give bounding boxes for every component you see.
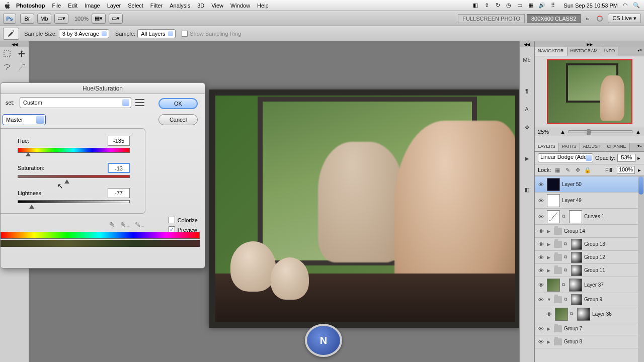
opacity-flyout-icon[interactable]: ▸ [637,155,640,161]
minibridge-button[interactable]: Mb [37,14,51,24]
lock-position-icon[interactable]: ✥ [574,166,581,173]
view-extras-button[interactable]: ▭▾ [54,14,68,24]
magic-wand-tool[interactable] [15,60,29,73]
arrange-docs-button[interactable]: ▦▾ [92,14,106,24]
paragraph-panel-icon[interactable]: A [521,104,532,115]
menubar-icon[interactable]: ▦ [527,2,534,9]
preset-select[interactable]: Custom [20,97,131,108]
collapse-arrows-icon[interactable]: ◀◀ [0,41,29,47]
link-icon[interactable]: ⧉ [564,241,569,247]
layer-row[interactable]: 👁⧉Layer 36 [535,306,644,322]
menu-help[interactable]: Help [257,3,269,9]
navigator-zoom[interactable]: 25% [538,129,560,135]
tab-navigator[interactable]: NAVIGATOR [535,47,568,56]
visibility-toggle-icon[interactable]: 👁 [537,266,545,275]
layer-row[interactable]: 👁▶Group 8 [535,335,644,348]
collapse-arrows-icon[interactable]: ◀◀ [520,41,534,47]
layer-name[interactable]: Layer 37 [584,282,642,288]
visibility-toggle-icon[interactable]: 👁 [537,253,545,261]
tab-layers[interactable]: LAYERS [535,143,559,151]
collapse-arrows-icon[interactable]: ▶▶ [535,41,644,47]
menubar-display-icon[interactable]: ▭ [516,2,523,9]
menu-filter[interactable]: Filter [150,3,163,9]
sample-layers-select[interactable]: All Layers [137,29,176,38]
panel-menu-icon[interactable]: ▾≡ [635,143,644,151]
adjustments-panel-icon[interactable]: ◧ [521,184,532,195]
fill-input[interactable]: 100% [617,166,635,174]
menubar-sync-icon[interactable]: ↻ [494,2,501,9]
cs-live-button[interactable]: CS Live ▾ [608,14,641,23]
menu-view[interactable]: View [211,3,223,9]
opacity-input[interactable]: 53% [617,154,635,162]
visibility-toggle-icon[interactable]: 👁 [537,296,545,304]
eyedropper-add-icon[interactable]: ✎₊ [120,221,130,229]
lightness-value[interactable]: -77 [108,188,130,198]
visibility-toggle-icon[interactable]: 👁 [537,338,545,346]
mask-thumbnail[interactable] [569,279,582,292]
mask-thumbnail[interactable] [577,308,590,321]
layer-name[interactable]: Group 12 [584,254,642,260]
menu-edit[interactable]: Edit [68,3,77,9]
saturation-slider[interactable] [18,175,130,178]
history-panel-icon[interactable]: ▶ [521,153,532,164]
mask-thumbnail[interactable] [569,210,582,223]
more-tabs-icon[interactable]: » [586,16,589,22]
mask-thumbnail[interactable] [571,239,582,250]
zoom-level[interactable]: 100% [74,16,89,22]
layer-row[interactable]: 👁⧉Layer 37 [535,277,644,293]
layer-name[interactable]: Layer 50 [562,182,642,187]
link-icon[interactable]: ⧉ [564,297,569,302]
tab-adjustments[interactable]: ADJUST [580,143,604,151]
layer-row[interactable]: 👁▶⧉Group 11 [535,264,644,277]
visibility-toggle-icon[interactable]: 👁 [537,227,545,235]
menu-image[interactable]: Image [85,3,100,9]
link-icon[interactable]: ⧉ [562,214,567,219]
lock-transparency-icon[interactable]: ▦ [554,166,561,173]
lightness-slider[interactable] [18,200,130,203]
menubar-icon[interactable]: ⠿ [549,2,556,9]
eyedropper-subtract-icon[interactable]: ✎₋ [135,221,144,229]
layer-row[interactable]: 👁▶Group 7 [535,322,644,335]
menubar-clock[interactable]: Sun Sep 25 10:53 PM [564,3,618,9]
zoom-out-icon[interactable]: ▲ [560,129,566,135]
layer-thumbnail[interactable] [555,308,568,321]
ok-button[interactable]: OK [158,98,198,109]
visibility-toggle-icon[interactable]: 👁 [545,310,553,318]
hue-slider[interactable] [18,148,130,153]
layer-thumbnail[interactable] [547,194,560,207]
layer-thumbnail[interactable] [547,178,560,191]
clone-panel-icon[interactable]: ✥ [521,122,532,133]
navigator-preview[interactable] [547,59,632,124]
layer-name[interactable]: Curves 1 [584,214,642,219]
hue-value[interactable]: -135 [108,136,130,146]
dialog-title[interactable]: Hue/Saturation [1,83,205,94]
link-icon[interactable]: ⧉ [564,254,569,260]
saturation-value[interactable]: -13 [108,163,130,173]
blend-mode-select[interactable]: Linear Dodge (Add) [538,153,593,162]
visibility-toggle-icon[interactable]: 👁 [537,180,545,189]
disclosure-icon[interactable]: ▶ [547,229,552,234]
menubar-icon[interactable]: ⇪ [483,2,490,9]
tab-paths[interactable]: PATHS [559,143,580,151]
app-name[interactable]: Photoshop [16,3,45,9]
layer-row[interactable]: 👁▶Group 14 [535,225,644,238]
disclosure-icon[interactable]: ▼ [547,297,552,302]
menubar-volume-icon[interactable]: 🔊 [538,2,545,9]
menu-3d[interactable]: 3D [197,3,204,9]
layer-name[interactable]: Group 7 [564,326,642,331]
fill-flyout-icon[interactable]: ▸ [638,167,641,173]
menubar-wifi-icon[interactable]: ◠ [622,2,629,9]
eyedropper-icon[interactable]: ✎ [109,221,115,229]
link-icon[interactable]: ⧉ [564,267,569,273]
screen-mode-button[interactable]: ▭▾ [109,14,123,24]
layer-name[interactable]: Group 9 [584,297,642,302]
channel-select[interactable]: Master [3,114,46,125]
layer-row[interactable]: 👁▶⧉Group 13 [535,238,644,251]
visibility-toggle-icon[interactable]: 👁 [537,197,545,205]
layer-row[interactable]: 👁▼⧉Group 9 [535,293,644,306]
visibility-toggle-icon[interactable]: 👁 [537,281,545,289]
menu-analysis[interactable]: Analysis [170,3,190,9]
cancel-button[interactable]: Cancel [158,114,198,125]
mask-thumbnail[interactable] [571,294,582,305]
preset-menu-icon[interactable] [135,98,144,107]
